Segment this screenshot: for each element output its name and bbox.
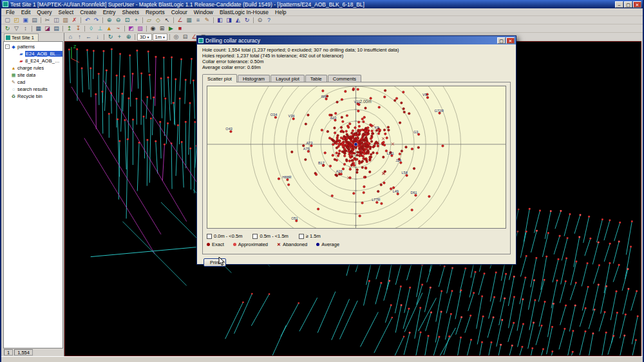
table-icon[interactable]: ▦: [34, 24, 43, 32]
svg-text:V9: V9: [422, 93, 427, 97]
dialog-info-line: Hole count: 1,554 total (1,237 reported;…: [202, 47, 511, 53]
chart-icon[interactable]: ◪: [43, 24, 52, 32]
close-button[interactable]: ✕: [633, 1, 641, 8]
settings-icon[interactable]: ⊙: [256, 16, 264, 24]
open-file-icon[interactable]: ◰: [12, 16, 21, 24]
colour-by-icon[interactable]: ◩: [127, 24, 135, 32]
save-icon[interactable]: ▣: [21, 16, 30, 24]
export-icon[interactable]: ↧: [74, 24, 82, 32]
tree-item-8-e24-aob-blk-6-[interactable]: ▰8_E24_AOB_BLK_6-...: [4, 57, 62, 64]
menu-help[interactable]: Help: [272, 8, 289, 16]
design-surface-icon[interactable]: ◊: [87, 24, 95, 32]
print-button[interactable]: Print: [204, 258, 226, 267]
approximated-marker-icon: [233, 243, 236, 246]
redo-icon[interactable]: ↷: [92, 16, 100, 24]
dialog-title-bar[interactable]: Drilling collar accuracy ▢ ✕: [197, 36, 516, 44]
view-3d-icon[interactable]: ◭: [234, 16, 242, 24]
select-rectangle-icon[interactable]: ▱: [145, 16, 153, 24]
new-file-icon[interactable]: ▢: [3, 16, 12, 24]
menu-edit[interactable]: Edit: [18, 8, 34, 16]
cut-icon[interactable]: ✂: [43, 16, 52, 24]
zoom-out-icon[interactable]: ⊖: [114, 16, 122, 24]
delete-icon[interactable]: ✗: [70, 16, 79, 24]
select-polygon-icon[interactable]: ◇: [154, 16, 162, 24]
minimize-button[interactable]: ‒: [615, 1, 623, 8]
tree-item-patterns[interactable]: -◆patterns: [4, 43, 62, 50]
dialog-info-line: Collar error tolerance: 0.50m: [202, 59, 511, 64]
tree-item-charge-rules[interactable]: ▲charge rules: [4, 64, 62, 71]
tab-scatter-plot[interactable]: Scatter plot: [202, 74, 237, 82]
maximize-button[interactable]: ▢: [624, 1, 632, 8]
tree-item-label: cad: [17, 79, 25, 85]
menu-colour[interactable]: Colour: [168, 8, 191, 16]
measure-icon[interactable]: ∠: [176, 16, 184, 24]
layers-icon[interactable]: ≡: [194, 16, 202, 24]
copy-icon[interactable]: ◫: [52, 16, 61, 24]
charge-icon[interactable]: ▲: [105, 24, 113, 32]
undo-icon[interactable]: ↶: [83, 16, 91, 24]
pick-icon[interactable]: ↖: [163, 16, 171, 24]
pattern-alt-icon: ▰: [19, 59, 24, 64]
visibility-icon[interactable]: ◎: [172, 33, 180, 41]
svg-text:2.00m: 2.00m: [360, 99, 372, 104]
dialog-maximize-button[interactable]: ▢: [497, 37, 506, 44]
grid-icon[interactable]: ▦: [185, 16, 193, 24]
import-icon[interactable]: ↥: [65, 24, 73, 32]
menu-select[interactable]: Select: [55, 8, 77, 16]
camera-icon[interactable]: ◉: [149, 24, 157, 32]
menu-blastlogic-in-house[interactable]: BlastLogic In-House: [216, 8, 272, 16]
filter-icon[interactable]: ▽: [12, 24, 21, 32]
legend-icon[interactable]: ▧: [136, 24, 144, 32]
expander-icon[interactable]: -: [5, 44, 10, 49]
explorer-tab[interactable]: Test Site 1: [4, 33, 39, 41]
paste-icon[interactable]: ▥: [61, 16, 70, 24]
snapshot-icon[interactable]: ⊞: [158, 24, 166, 32]
tie-up-icon[interactable]: ~: [114, 24, 122, 32]
refresh-icon[interactable]: ↻: [3, 24, 12, 32]
dialog-title: Drilling collar accuracy: [205, 37, 495, 44]
menu-query[interactable]: Query: [33, 8, 55, 16]
menu-file[interactable]: File: [3, 8, 18, 16]
menu-create[interactable]: Create: [77, 8, 100, 16]
tree-item-recycle-bin[interactable]: ♻Recycle bin: [4, 93, 62, 100]
pan-icon[interactable]: +: [132, 16, 140, 24]
rotate-view-icon[interactable]: ↻: [243, 16, 251, 24]
zoom-view-icon[interactable]: ⊕: [124, 33, 133, 41]
clip-icon[interactable]: ⊟: [181, 33, 189, 41]
tree-item-cad[interactable]: ✎cad: [4, 79, 62, 86]
home-view-icon[interactable]: ⌂: [66, 33, 75, 41]
range-checkbox-0[interactable]: [207, 234, 212, 239]
scale-select[interactable]: 1m▾: [153, 33, 167, 41]
view-mode-select-label: 3D: [140, 34, 146, 40]
look-west-icon[interactable]: ←: [84, 33, 93, 41]
tree-item-site-data[interactable]: ▦site data: [4, 71, 62, 79]
view-section-icon[interactable]: ◨: [225, 16, 233, 24]
menu-window[interactable]: Window: [191, 8, 216, 16]
report-icon[interactable]: ▤: [52, 24, 61, 32]
menu-reports[interactable]: Reports: [142, 8, 168, 16]
pan-view-icon[interactable]: +: [115, 33, 124, 41]
look-down-icon[interactable]: ↓: [93, 33, 102, 41]
zoom-in-icon[interactable]: ⊕: [105, 16, 113, 24]
zoom-extents-icon[interactable]: ⊡: [123, 16, 131, 24]
range-checkbox-2[interactable]: [299, 234, 304, 239]
annotate-icon[interactable]: ✎: [203, 16, 211, 24]
total-count: 1,554: [14, 349, 33, 356]
explorer-panel: Test Site 1 -◆patterns▰E24_AOB_BLK 6-18 …: [3, 33, 64, 356]
drillholes-icon[interactable]: ⊥: [96, 24, 104, 32]
menu-entry[interactable]: Entry: [100, 8, 119, 16]
play-icon[interactable]: ▶: [167, 24, 175, 32]
menu-sheets[interactable]: Sheets: [119, 8, 142, 16]
range-checkbox-1[interactable]: [252, 234, 258, 239]
view-plan-icon[interactable]: ◧: [216, 16, 224, 24]
tree-item-e24-aob-blk-6-18-[interactable]: ▰E24_AOB_BLK 6-18 ...: [4, 50, 62, 57]
dialog-close-button[interactable]: ✕: [506, 37, 515, 44]
look-north-icon[interactable]: ↑: [75, 33, 84, 41]
orbit-icon[interactable]: ↻: [106, 33, 115, 41]
view-mode-select[interactable]: 3D▾: [137, 33, 152, 41]
stop-icon[interactable]: ■: [176, 24, 184, 32]
help-icon[interactable]: ?: [265, 16, 273, 24]
tree-item-search-results[interactable]: ◌search results: [4, 86, 62, 93]
sort-icon[interactable]: ↕: [21, 24, 30, 32]
print-icon[interactable]: ▤: [30, 16, 39, 24]
